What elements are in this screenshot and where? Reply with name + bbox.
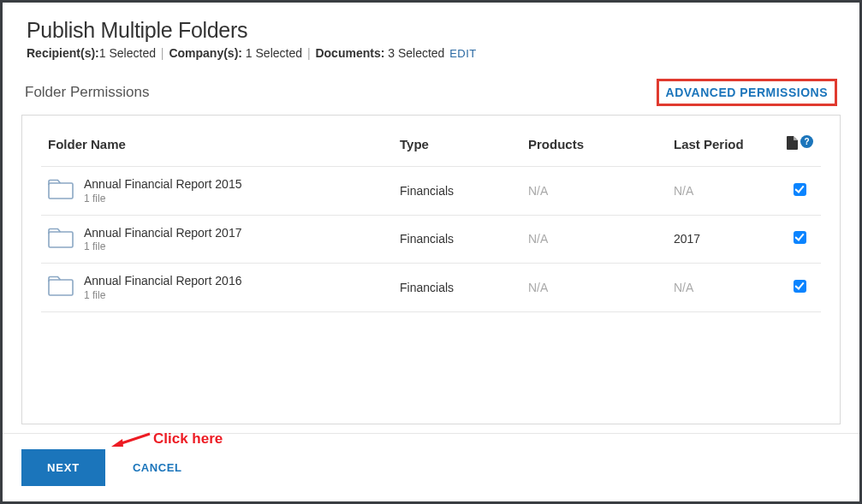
cell-folder: Annual Financial Report 20171 file [41, 215, 393, 264]
folder-subtext: 1 file [84, 240, 241, 252]
company-label: Company(s): [169, 46, 242, 60]
help-icon[interactable]: ? [800, 135, 813, 148]
col-folder-name: Folder Name [41, 131, 393, 167]
cell-type: Financials [393, 264, 521, 312]
cell-folder: Annual Financial Report 20161 file [41, 264, 393, 312]
folder-subtext: 1 file [84, 193, 241, 205]
next-button[interactable]: NEXT [21, 449, 105, 486]
cancel-button[interactable]: CANCEL [133, 461, 182, 474]
advanced-permissions-link[interactable]: ADVANCED PERMISSIONS [666, 86, 828, 99]
separator: | [161, 46, 164, 60]
cell-last-period: N/A [667, 264, 778, 312]
arrow-icon [110, 430, 152, 448]
table-row: Annual Financial Report 20171 fileFinanc… [41, 215, 821, 264]
annotation-text: Click here [153, 430, 223, 448]
folder-icon [48, 228, 74, 251]
dialog-content: Folder Permissions ADVANCED PERMISSIONS … [3, 68, 859, 433]
folder-name: Annual Financial Report 2015 [84, 177, 241, 193]
folder-subtext: 1 file [84, 289, 241, 301]
documents-value: 3 Selected [388, 46, 444, 60]
cell-folder: Annual Financial Report 20151 file [41, 167, 393, 216]
folder-icon [48, 276, 74, 299]
col-pdf: ? [778, 131, 821, 167]
pdf-checkbox[interactable] [794, 183, 806, 196]
cell-checkbox [778, 167, 821, 216]
cell-type: Financials [393, 167, 521, 216]
svg-rect-0 [49, 183, 73, 199]
table-header-row: Folder Name Type Products Last Period ? [41, 131, 821, 167]
table-row: Annual Financial Report 20151 fileFinanc… [41, 167, 821, 216]
dialog-title: Publish Multiple Folders [27, 18, 835, 43]
col-last-period: Last Period [667, 131, 778, 167]
folders-table-container: Folder Name Type Products Last Period ? [21, 115, 841, 424]
cell-last-period: 2017 [667, 215, 778, 264]
col-products: Products [521, 131, 667, 167]
folder-text: Annual Financial Report 20151 file [84, 177, 241, 205]
pdf-checkbox[interactable] [794, 280, 806, 293]
company-value: 1 Selected [246, 46, 302, 60]
click-here-annotation: Click here [110, 430, 223, 448]
section-header-row: Folder Permissions ADVANCED PERMISSIONS [21, 74, 841, 113]
recipients-label: Recipient(s): [27, 46, 99, 60]
col-type: Type [393, 131, 521, 167]
svg-rect-2 [49, 280, 73, 295]
cell-products: N/A [521, 264, 667, 312]
pdf-icon [787, 136, 798, 152]
table-row: Annual Financial Report 20161 fileFinanc… [41, 264, 821, 312]
svg-rect-1 [49, 232, 73, 247]
edit-link[interactable]: EDIT [449, 47, 476, 60]
cell-checkbox [778, 215, 821, 264]
cell-type: Financials [393, 215, 521, 264]
dialog-header: Publish Multiple Folders Recipient(s):1 … [3, 3, 859, 68]
separator: | [307, 46, 311, 60]
folder-name: Annual Financial Report 2017 [84, 226, 241, 241]
folder-text: Annual Financial Report 20161 file [84, 274, 241, 301]
publish-folders-dialog: Publish Multiple Folders Recipient(s):1 … [3, 3, 859, 501]
folder-text: Annual Financial Report 20171 file [84, 226, 241, 253]
recipients-value: 1 Selected [99, 46, 156, 60]
pdf-checkbox[interactable] [794, 231, 806, 244]
svg-marker-4 [111, 439, 123, 447]
folders-table: Folder Name Type Products Last Period ? [41, 131, 821, 312]
section-title: Folder Permissions [25, 84, 150, 101]
dialog-subtitle: Recipient(s):1 Selected | Company(s): 1 … [27, 46, 835, 60]
advanced-permissions-highlight: ADVANCED PERMISSIONS [657, 79, 837, 106]
cell-last-period: N/A [667, 167, 778, 216]
svg-line-3 [119, 434, 150, 444]
dialog-footer: Click here NEXT CANCEL [3, 433, 859, 501]
folder-icon [48, 179, 74, 202]
cell-checkbox [778, 264, 821, 312]
folder-name: Annual Financial Report 2016 [84, 274, 241, 289]
documents-label: Documents: [315, 46, 384, 60]
cell-products: N/A [521, 215, 667, 264]
cell-products: N/A [521, 167, 667, 216]
